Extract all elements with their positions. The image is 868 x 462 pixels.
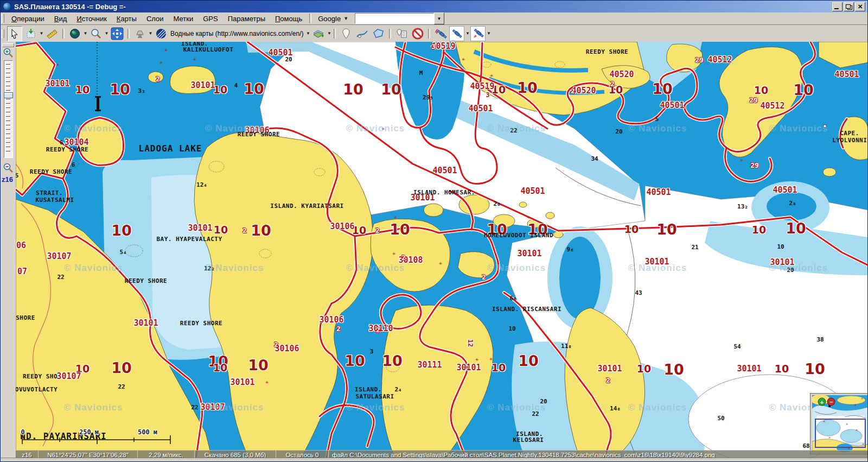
menu-separator — [309, 14, 311, 23]
add-polygon-tool[interactable] — [371, 26, 386, 41]
chart-number: 30107 — [47, 252, 71, 261]
select-region-icon — [25, 28, 37, 40]
menu-item-параметры[interactable]: Параметры — [223, 14, 270, 24]
menu-item-карты[interactable]: Карты — [112, 14, 142, 24]
sounding: 68 — [802, 443, 809, 449]
svg-text:−: − — [829, 399, 833, 405]
chart-number: 40501 — [432, 167, 457, 175]
close-button[interactable]: ✕ — [855, 2, 865, 11]
depth-area-label: 10 — [382, 352, 403, 369]
depth-badge: 2 — [375, 227, 380, 234]
pan-cursor-tool[interactable] — [7, 26, 22, 41]
layers-dropdown[interactable]: ▼ — [327, 27, 331, 41]
layers-tool[interactable] — [311, 26, 326, 41]
navionics-watermark: © Navionics — [628, 123, 687, 134]
sounding: 22 — [118, 384, 125, 390]
zoom-slider-handle[interactable] — [4, 92, 13, 98]
place-name: ISLAND. — [355, 387, 382, 393]
scale-label: 500 м — [138, 429, 157, 435]
view-3d-tool[interactable] — [132, 26, 148, 41]
depth-badge: 2 — [401, 254, 406, 261]
depth-badge: 29 — [749, 97, 758, 104]
zoom-tool[interactable] — [88, 26, 104, 41]
menu-item-метки[interactable]: Метки — [169, 14, 199, 24]
chart-number: 30101 — [133, 319, 158, 327]
ruler-icon — [46, 28, 58, 40]
menubar-grip[interactable] — [2, 14, 4, 23]
sidebar-grip[interactable] — [2, 43, 14, 47]
zoom-slider[interactable] — [4, 60, 13, 158]
menu-item-операции[interactable]: Операции — [7, 14, 49, 24]
zoom-in-icon — [3, 47, 14, 58]
sounding: 34 — [591, 156, 598, 162]
place-name: BAY. HYAPEVALACTY — [156, 236, 222, 242]
selection-dropdown[interactable]: ▼ — [39, 27, 44, 41]
menu-item-источник[interactable]: Источник — [72, 14, 112, 24]
selection-tool[interactable] — [23, 26, 39, 41]
hide-layers-tool[interactable] — [410, 26, 425, 41]
depth-badge: 29 — [750, 162, 759, 169]
depth-badge: 2 — [610, 80, 615, 87]
add-placemark-tool[interactable] — [339, 26, 354, 41]
map-canvas[interactable]: 1010101010101010101010101010101010101010… — [16, 42, 868, 459]
chart-number: 30101 — [517, 250, 541, 258]
google-source-menu[interactable]: Google▼ — [314, 14, 353, 24]
menu-item-gps[interactable]: GPS — [198, 14, 222, 24]
sounding: 2₄ — [394, 387, 401, 393]
place-name: ISLAND. HOMESAR. — [413, 189, 475, 195]
place-name: KALIKULLUOFOT — [183, 47, 234, 53]
depth-area-label: 10 — [663, 361, 684, 378]
sounding: 10 — [508, 326, 515, 332]
sounding: 22 — [57, 274, 64, 280]
menu-item-вид[interactable]: Вид — [49, 14, 72, 24]
chart-number: 40512 — [760, 102, 784, 110]
ruler-tool[interactable] — [44, 26, 60, 41]
sounding: 10 — [777, 244, 784, 250]
navionics-source-icon[interactable] — [154, 26, 169, 41]
gps-goto-tool[interactable] — [470, 26, 486, 41]
gps-track-tool[interactable] — [449, 26, 464, 41]
depth-area-label: 10 — [624, 223, 639, 235]
restore-button[interactable] — [844, 2, 854, 11]
chart-number: 30101 — [456, 364, 481, 372]
placemark-manager-tool[interactable] — [394, 26, 409, 41]
depth-area-label: 10 — [786, 220, 806, 237]
depth-area-label: 10 — [656, 221, 677, 238]
navionics-watermark: © Navionics — [487, 402, 546, 413]
fullscreen-tool[interactable] — [110, 26, 125, 41]
sounding: 13₂ — [737, 204, 748, 210]
place-name: SATULASARI — [355, 394, 394, 400]
menu-item-слои[interactable]: Слои — [142, 14, 169, 24]
menu-item-помощь[interactable]: Помощь — [270, 14, 307, 24]
depth-badge: 2 — [376, 326, 380, 333]
zoom-dropdown[interactable]: ▼ — [104, 27, 109, 41]
chart-labels: 1010101010101010101010101010101010101010… — [16, 42, 868, 459]
minimize-button[interactable] — [832, 2, 843, 11]
view-3d-dropdown[interactable]: ▼ — [148, 27, 153, 41]
maps-globe-tool[interactable] — [67, 26, 82, 41]
navionics-source-label: Водные карты (http://www.navionics.com/e… — [170, 30, 303, 37]
gps-goto-dropdown[interactable]: ▼ — [486, 27, 491, 41]
overview-minimap[interactable]: ✳✳✳ ✳✳✳ ✳✳✳ + − — [810, 394, 868, 454]
zoom-in-button[interactable] — [3, 47, 14, 58]
search-dropdown-button[interactable]: ▼ — [434, 12, 444, 24]
pan-arrows-icon — [111, 27, 124, 40]
navionics-watermark: © Navionics — [205, 123, 264, 134]
gps-track-dropdown[interactable]: ▼ — [465, 27, 470, 41]
sounding: M — [419, 70, 423, 76]
toolbar-grip[interactable] — [2, 29, 4, 38]
rock-icon: ✳ — [740, 157, 743, 163]
chart-number: 40520 — [609, 71, 634, 79]
depth-badge: 2 — [274, 341, 278, 348]
search-input[interactable] — [355, 13, 434, 24]
placemark-list-icon — [395, 28, 407, 40]
add-path-tool[interactable] — [355, 26, 370, 41]
navionics-dropdown[interactable]: ▼ — [305, 27, 310, 41]
navionics-watermark: © Navionics — [346, 402, 405, 413]
minimap-chart: ✳✳✳ ✳✳✳ ✳✳✳ + − — [812, 395, 868, 452]
depth-area-label: 10 — [775, 363, 789, 375]
navionics-watermark: © Navionics — [769, 123, 828, 134]
zoom-out-button[interactable] — [3, 162, 14, 173]
gps-connect-tool[interactable] — [433, 26, 448, 41]
globe-dropdown[interactable]: ▼ — [83, 27, 88, 41]
